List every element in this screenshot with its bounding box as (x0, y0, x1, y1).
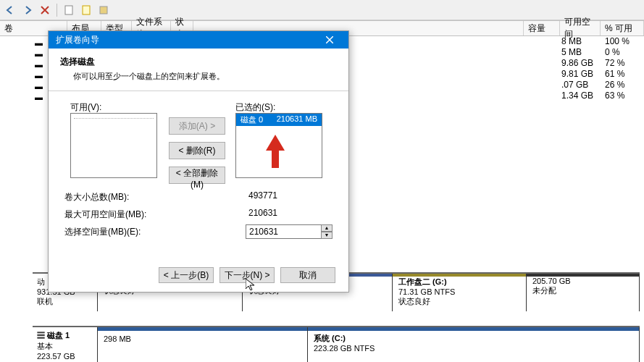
disk1-panel: ☰ 磁盘 1 基本 223.57 GB 298 MB 系统 (C:) 223.2… (33, 326, 640, 362)
selected-label: 已选的(S): (235, 101, 275, 114)
available-label: 可用(V): (70, 101, 101, 114)
table-row[interactable]: ▬ (35, 91, 43, 102)
table-row[interactable]: ▬ (35, 59, 43, 70)
forward-icon[interactable] (20, 3, 35, 17)
partition-status: 状态良好 (398, 296, 520, 307)
cancel-button[interactable]: 取消 (280, 267, 335, 283)
main-toolbar (0, 0, 644, 20)
select-space-input[interactable] (246, 224, 333, 239)
delete-icon[interactable] (38, 3, 52, 17)
disk1-size: 223.57 GB (37, 352, 93, 361)
total-size-label: 卷大小总数(MB): (64, 191, 129, 203)
partition[interactable]: 298 MB (98, 327, 308, 362)
cell-pct: 61 % (601, 69, 644, 80)
add-button[interactable]: 添加(A) > (169, 117, 225, 135)
dialog-titlebar[interactable]: 扩展卷向导 (49, 31, 348, 49)
partition-size: 298 MB (104, 334, 301, 343)
back-icon[interactable] (3, 3, 17, 17)
cell-pct: 0 % (601, 47, 644, 58)
svg-rect-1 (83, 6, 90, 14)
partition[interactable]: 系统 (C:) 223.28 GB NTFS (308, 327, 640, 362)
max-space-label: 最大可用空间量(MB): (64, 209, 146, 221)
partition-size: 71.31 GB NTFS (398, 287, 520, 296)
partition-title: 系统 (C:) (314, 333, 633, 344)
disk0-status: 联机 (37, 296, 93, 307)
th-pct[interactable]: % 可用 (601, 21, 644, 35)
new-icon[interactable] (62, 3, 76, 17)
th-freespace[interactable]: 可用空间 (560, 21, 601, 35)
cell-free: .07 GB (560, 80, 601, 90)
remove-button[interactable]: < 删除(R) (169, 142, 225, 159)
cell-pct: 100 % (601, 36, 644, 47)
help-icon[interactable] (79, 3, 93, 17)
partition-status: 未分配 (532, 285, 633, 296)
max-space-value: 210631 (246, 207, 333, 222)
partition-unallocated[interactable]: 205.70 GB 未分配 (527, 274, 640, 311)
dialog-description: 你可以用至少一个磁盘上的空间来扩展卷。 (73, 71, 337, 82)
remove-all-button[interactable]: < 全部删除(M) (169, 167, 225, 184)
partition-title: 工作盘二 (G:) (398, 277, 520, 287)
select-space-label: 选择空间量(MB)(E): (64, 226, 141, 238)
cell-pct: 26 % (601, 80, 644, 90)
back-button[interactable]: < 上一步(B) (159, 267, 214, 283)
table-row[interactable]: ▬ (35, 70, 43, 80)
svg-rect-0 (65, 6, 72, 14)
spinner-buttons[interactable]: ▲▼ (321, 224, 333, 239)
selected-disk-size: 210631 MB (277, 114, 317, 125)
disk1-type: 基本 (37, 341, 93, 352)
table-row[interactable]: ▬ (35, 80, 43, 91)
cell-free: 5 MB (560, 47, 601, 58)
selected-disk-item[interactable]: 磁盘 0 210631 MB (236, 114, 322, 126)
available-disks-listbox[interactable] (70, 113, 157, 178)
partition-size: 223.28 GB NTFS (314, 344, 633, 353)
partition-size: 205.70 GB (532, 277, 633, 285)
partition[interactable]: 工作盘二 (G:) 71.31 GB NTFS 状态良好 (393, 274, 527, 311)
cell-pct: 72 % (601, 58, 644, 69)
disk1-label[interactable]: ☰ 磁盘 1 基本 223.57 GB (33, 327, 98, 362)
extend-volume-wizard-dialog: 扩展卷向导 选择磁盘 你可以用至少一个磁盘上的空间来扩展卷。 可用(V): 已选… (48, 30, 349, 292)
table-row[interactable]: ▬ (35, 48, 43, 59)
total-size-value: 493771 (246, 190, 333, 204)
dialog-subtitle: 选择磁盘 (60, 56, 337, 68)
cell-free: 9.81 GB (560, 69, 601, 80)
refresh-icon[interactable] (96, 3, 111, 17)
th-capacity[interactable]: 容量 (524, 21, 560, 35)
cell-free: 9.86 GB (560, 58, 601, 69)
table-row[interactable]: ▬ (35, 37, 43, 48)
selected-disk-name: 磁盘 0 (241, 114, 263, 125)
cell-pct: 63 % (601, 90, 644, 101)
close-icon[interactable] (315, 31, 344, 49)
cell-free: 1.34 GB (560, 90, 601, 101)
dialog-title: 扩展卷向导 (56, 34, 99, 46)
svg-rect-2 (100, 7, 107, 14)
cell-free: 8 MB (560, 36, 601, 47)
disk1-header: ☰ 磁盘 1 (37, 330, 93, 341)
next-button[interactable]: 下一步(N) > (219, 267, 275, 283)
toolbar-separator (57, 4, 57, 17)
selected-disks-listbox[interactable]: 磁盘 0 210631 MB (235, 113, 322, 178)
